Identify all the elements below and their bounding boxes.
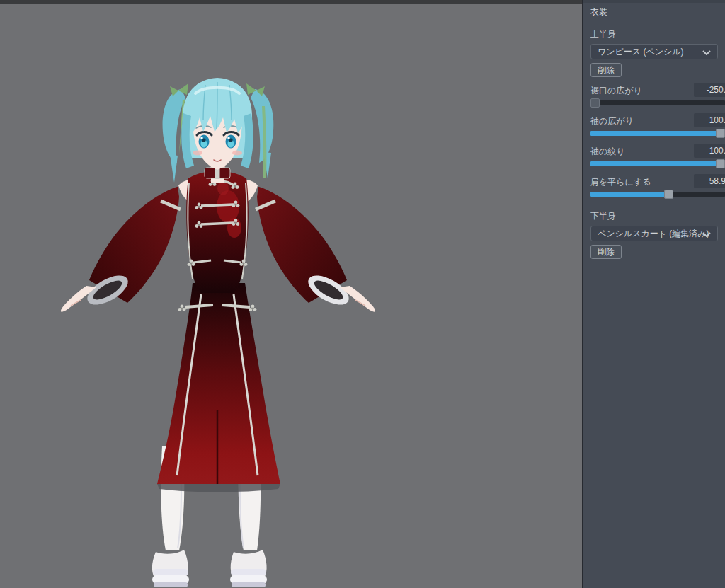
lower-body-dropdown[interactable]: ペンシルスカート (編集済み) [590, 226, 718, 241]
param-slider[interactable] [590, 129, 725, 138]
chevron-down-icon [702, 50, 711, 55]
param-slider[interactable] [590, 190, 725, 199]
costume-panel: 衣装 上半身 ワンピース (ペンシル) 削除 裾口の広がり -250. 袖の広が… [582, 0, 725, 588]
upper-body-section-label: 上半身 [590, 28, 718, 40]
delete-lower-button[interactable]: 削除 [590, 245, 622, 259]
upper-body-dropdown-value: ワンピース (ペンシル) [598, 46, 684, 58]
param-value-field[interactable]: -250. [694, 83, 725, 97]
lower-body-dropdown-value: ペンシルスカート (編集済み) [598, 228, 709, 240]
skirt [157, 283, 280, 492]
param-slider[interactable] [590, 98, 725, 108]
param-sleeve-taper: 袖の絞り 100. [590, 144, 725, 168]
3d-viewport[interactable] [0, 0, 582, 588]
param-sleeve-spread: 袖の広がり 100. [590, 114, 725, 138]
param-shoulder-flatten: 肩を平らにする 58.9 [590, 175, 725, 199]
dress-bodice [186, 171, 249, 293]
param-label: 袖の広がり [590, 115, 634, 127]
param-value-field[interactable]: 100. [694, 113, 725, 127]
param-label: 袖の絞り [590, 146, 625, 158]
param-slider[interactable] [590, 159, 725, 168]
param-label: 肩を平らにする [590, 176, 651, 188]
slider-handle[interactable] [664, 190, 673, 199]
param-value-field[interactable]: 58.9 [694, 174, 725, 188]
character-model [0, 0, 582, 588]
slider-handle[interactable] [590, 98, 600, 108]
lower-body-section-label: 下半身 [590, 210, 718, 222]
delete-upper-button[interactable]: 削除 [590, 63, 622, 77]
slider-handle[interactable] [716, 159, 725, 168]
param-label: 裾口の広がり [590, 85, 642, 97]
viewport-top-strip [0, 0, 582, 4]
param-value-field[interactable]: 100. [694, 144, 725, 158]
upper-body-dropdown[interactable]: ワンピース (ペンシル) [590, 44, 718, 59]
panel-title: 衣装 [590, 6, 718, 18]
param-hem-spread: 裾口の広がり -250. [590, 83, 725, 108]
slider-handle[interactable] [716, 129, 725, 138]
chevron-down-icon [702, 232, 711, 237]
